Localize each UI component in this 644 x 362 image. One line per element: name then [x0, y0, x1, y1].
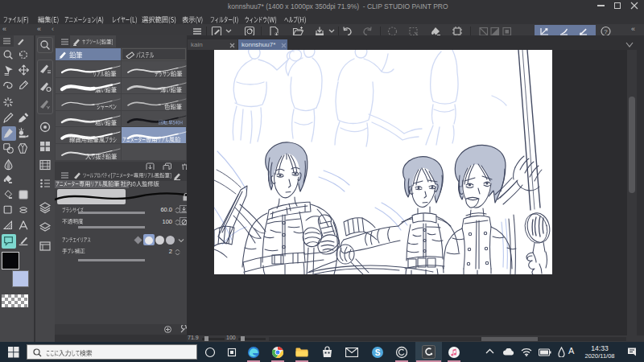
svg-text:S: S	[375, 348, 381, 357]
svg-text:?: ?	[604, 28, 608, 35]
